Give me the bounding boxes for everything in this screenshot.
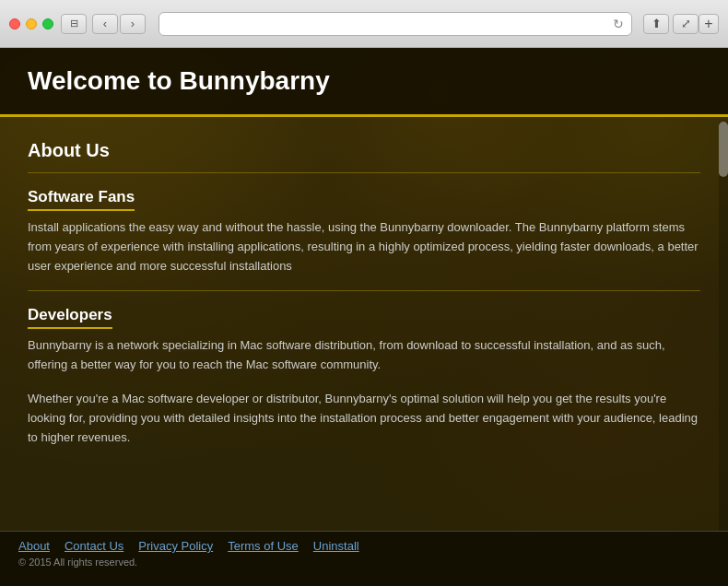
close-button[interactable] xyxy=(9,18,20,29)
address-bar-container: ↻ xyxy=(159,12,632,36)
sidebar-toggle-button[interactable]: ⊟ xyxy=(61,14,87,34)
browser-content: Welcome to Bunnybarny About Us Software … xyxy=(0,48,728,586)
fullscreen-icon: ⤢ xyxy=(681,17,691,30)
footer-link-uninstall[interactable]: Uninstall xyxy=(313,539,359,553)
forward-button[interactable]: › xyxy=(120,14,146,34)
footer-links: About Contact Us Privacy Policy Terms of… xyxy=(18,539,710,553)
minimize-button[interactable] xyxy=(26,18,37,29)
traffic-lights xyxy=(9,18,53,29)
software-fans-text: Install applications the easy way and wi… xyxy=(28,218,700,275)
title-bar: ⊟ ‹ › ↻ ⬆ ⤢ + xyxy=(0,0,728,48)
software-fans-heading: Software Fans xyxy=(28,188,135,211)
footer-copyright: © 2015 All rights reserved. xyxy=(18,557,710,568)
section-divider-1 xyxy=(28,172,700,173)
maximize-button[interactable] xyxy=(42,18,53,29)
developers-text-2: Whether you're a Mac software developer … xyxy=(28,390,700,447)
developers-heading: Developers xyxy=(28,306,112,329)
forward-icon: › xyxy=(131,17,135,30)
share-button[interactable]: ⬆ xyxy=(643,14,669,34)
fullscreen-button[interactable]: ⤢ xyxy=(673,14,699,34)
new-tab-button[interactable]: + xyxy=(699,14,719,34)
share-icon: ⬆ xyxy=(652,17,662,30)
plus-icon: + xyxy=(704,16,712,32)
developers-text-1: Bunnybarny is a network specializing in … xyxy=(28,336,700,375)
address-input[interactable] xyxy=(167,18,609,30)
about-us-heading: About Us xyxy=(28,140,700,161)
footer-link-privacy[interactable]: Privacy Policy xyxy=(138,539,213,553)
scrollbar-thumb[interactable] xyxy=(719,122,728,177)
footer: About Contact Us Privacy Policy Terms of… xyxy=(0,531,728,586)
footer-link-terms[interactable]: Terms of Use xyxy=(228,539,299,553)
footer-link-about[interactable]: About xyxy=(18,539,50,553)
nav-buttons: ‹ › xyxy=(92,14,146,34)
sidebar-icon: ⊟ xyxy=(70,18,78,29)
footer-link-contact[interactable]: Contact Us xyxy=(65,539,123,553)
reload-button[interactable]: ↻ xyxy=(613,17,624,31)
back-icon: ‹ xyxy=(103,17,107,30)
section-divider-2 xyxy=(28,290,700,291)
main-content: About Us Software Fans Install applicati… xyxy=(0,122,728,531)
header-section: Welcome to Bunnybarny xyxy=(0,48,728,117)
back-button[interactable]: ‹ xyxy=(92,14,118,34)
scrollbar-track[interactable] xyxy=(719,122,728,531)
toolbar-right: ⬆ ⤢ xyxy=(643,14,699,34)
page-title: Welcome to Bunnybarny xyxy=(28,66,700,96)
